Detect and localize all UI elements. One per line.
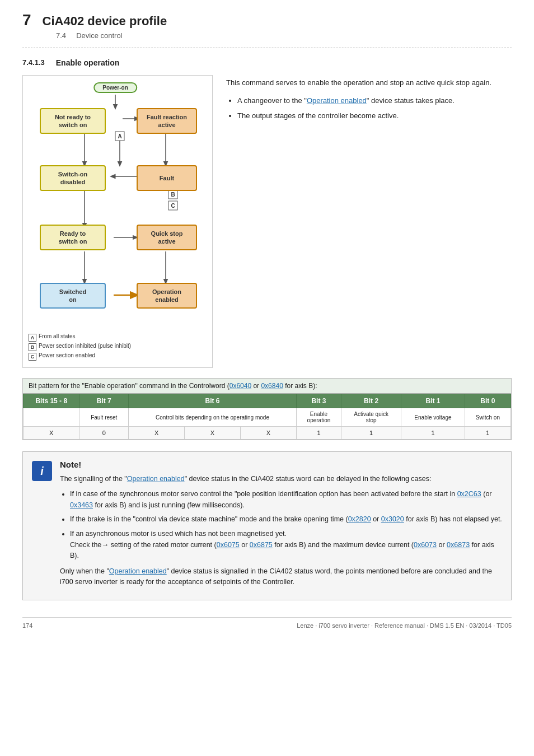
power-on-label: Power-on bbox=[93, 82, 137, 93]
diagram-inner: Power-on B bbox=[29, 82, 202, 329]
col-bit1: Bit 1 bbox=[401, 394, 465, 408]
subhdr-bit6: Control bits depending on the operating … bbox=[129, 408, 297, 427]
link-6873[interactable]: 0x6873 bbox=[447, 541, 470, 549]
sub-number: 7.4 bbox=[56, 31, 66, 40]
description-bullet-2: The output stages of the controller beco… bbox=[237, 110, 512, 122]
svg-rect-7 bbox=[168, 201, 177, 210]
val-bit0: 1 bbox=[465, 427, 510, 440]
description-bullet-1: A changeover to the "Operation enabled" … bbox=[237, 95, 512, 106]
col-bit0: Bit 0 bbox=[465, 394, 510, 408]
state-fault-reaction: Fault reaction active bbox=[137, 108, 197, 134]
table-note: Bit pattern for the "Enable operation" c… bbox=[23, 379, 511, 394]
sub-header: 7.4 Device control bbox=[56, 31, 512, 40]
note-content: Note! The signalling of the "Operation e… bbox=[60, 460, 502, 592]
bit-pattern-table: Bits 15 - 8 Bit 7 Bit 6 Bit 3 Bit 2 Bit … bbox=[23, 394, 511, 440]
chapter-header: 7 CiA402 device profile bbox=[22, 11, 512, 29]
link-6040[interactable]: 0x6040 bbox=[229, 382, 251, 390]
chapter-title: CiA402 device profile bbox=[43, 14, 167, 29]
link-6840[interactable]: 0x6840 bbox=[261, 382, 283, 390]
val-bit6: X bbox=[129, 427, 185, 440]
state-fault: Fault bbox=[137, 165, 197, 191]
note-bullet-1: If in case of the synchronous motor serv… bbox=[70, 489, 502, 511]
diagram-area: Power-on B bbox=[22, 75, 213, 368]
state-ready-to-switch: Ready to switch on bbox=[40, 225, 106, 250]
note-intro: The signalling of the "Operation enabled… bbox=[60, 474, 502, 484]
subhdr-bit2: Activate quickstop bbox=[341, 408, 401, 427]
subhdr-bit0: Switch on bbox=[465, 408, 510, 427]
svg-rect-14 bbox=[115, 132, 124, 141]
legend-item-b: B Power section inhibited (pulse inhibit… bbox=[29, 343, 207, 351]
operation-enabled-link-1[interactable]: Operation enabled bbox=[307, 96, 367, 105]
sub-title: Device control bbox=[76, 31, 122, 40]
divider bbox=[22, 48, 512, 48]
page-footer: 174 Lenze · i700 servo inverter · Refere… bbox=[22, 617, 512, 629]
col-bit2: Bit 2 bbox=[341, 394, 401, 408]
val-bit4: X bbox=[240, 427, 296, 440]
link-2820[interactable]: 0x2820 bbox=[348, 515, 371, 523]
section-header: 7.4.1.3 Enable operation bbox=[22, 58, 512, 67]
operation-enabled-link-2[interactable]: Operation enabled bbox=[127, 475, 185, 483]
svg-text:B: B bbox=[171, 192, 175, 198]
description-area: This command serves to enable the operat… bbox=[226, 75, 512, 368]
note-bullet-2: If the brake is in the "control via devi… bbox=[70, 514, 502, 525]
table-container: Bit pattern for the "Enable operation" c… bbox=[22, 378, 512, 440]
subhdr-bits15-8 bbox=[24, 408, 79, 427]
link-6073[interactable]: 0x6073 bbox=[414, 541, 437, 549]
subhdr-bit3: Enableoperation bbox=[296, 408, 341, 427]
note-bullets: If in case of the synchronous motor serv… bbox=[70, 489, 502, 561]
link-6875[interactable]: 0x6875 bbox=[250, 541, 273, 549]
col-bits15-8: Bits 15 - 8 bbox=[24, 394, 79, 408]
link-2c63[interactable]: 0x2C63 bbox=[457, 490, 481, 498]
val-bit7: 0 bbox=[79, 427, 129, 440]
footer-text: Lenze · i700 servo inverter · Reference … bbox=[297, 622, 512, 629]
link-3463[interactable]: 0x3463 bbox=[70, 501, 93, 509]
legend-item-c: C Power section enabled bbox=[29, 352, 207, 361]
description-list: A changeover to the "Operation enabled" … bbox=[237, 95, 512, 122]
state-not-ready: Not ready to switch on bbox=[40, 108, 106, 134]
operation-enabled-link-3[interactable]: Operation enabled bbox=[109, 567, 167, 575]
val-bits15-8: X bbox=[24, 427, 79, 440]
note-icon: i bbox=[32, 461, 52, 481]
val-bit3: 1 bbox=[296, 427, 341, 440]
page-number: 174 bbox=[22, 622, 32, 629]
val-bit2: 1 bbox=[341, 427, 401, 440]
state-switched-on: Switched on bbox=[40, 283, 106, 309]
svg-text:C: C bbox=[171, 203, 175, 209]
subhdr-bit7: Fault reset bbox=[79, 408, 129, 427]
diagram-box: Power-on B bbox=[22, 75, 213, 368]
main-content: Power-on B bbox=[22, 75, 512, 368]
col-bit7: Bit 7 bbox=[79, 394, 129, 408]
note-box: i Note! The signalling of the "Operation… bbox=[22, 451, 512, 600]
description-intro: This command serves to enable the operat… bbox=[226, 77, 512, 88]
link-6075[interactable]: 0x6075 bbox=[217, 541, 240, 549]
note-title: Note! bbox=[60, 460, 502, 469]
val-bit5: X bbox=[185, 427, 241, 440]
val-bit1: 1 bbox=[401, 427, 465, 440]
section-number: 7.4.1.3 bbox=[22, 58, 45, 67]
chapter-number: 7 bbox=[22, 11, 31, 29]
state-operation-enabled: Operation enabled bbox=[137, 283, 197, 309]
subhdr-bit1: Enable voltage bbox=[401, 408, 465, 427]
col-bit6: Bit 6 bbox=[129, 394, 297, 408]
col-bit3: Bit 3 bbox=[296, 394, 341, 408]
legend-item-a: A From all states bbox=[29, 333, 207, 342]
note-closing: Only when the "Operation enabled" device… bbox=[60, 566, 502, 588]
link-3020[interactable]: 0x3020 bbox=[381, 515, 404, 523]
section-title: Enable operation bbox=[56, 58, 120, 67]
diagram-legend: A From all states B Power section inhibi… bbox=[29, 333, 207, 361]
note-bullet-3: If an asynchronous motor is used which h… bbox=[70, 529, 502, 562]
state-switch-on-disabled: Switch-on disabled bbox=[40, 165, 106, 191]
svg-text:A: A bbox=[118, 133, 121, 139]
state-quick-stop: Quick stop active bbox=[137, 225, 197, 250]
svg-rect-5 bbox=[168, 190, 177, 199]
